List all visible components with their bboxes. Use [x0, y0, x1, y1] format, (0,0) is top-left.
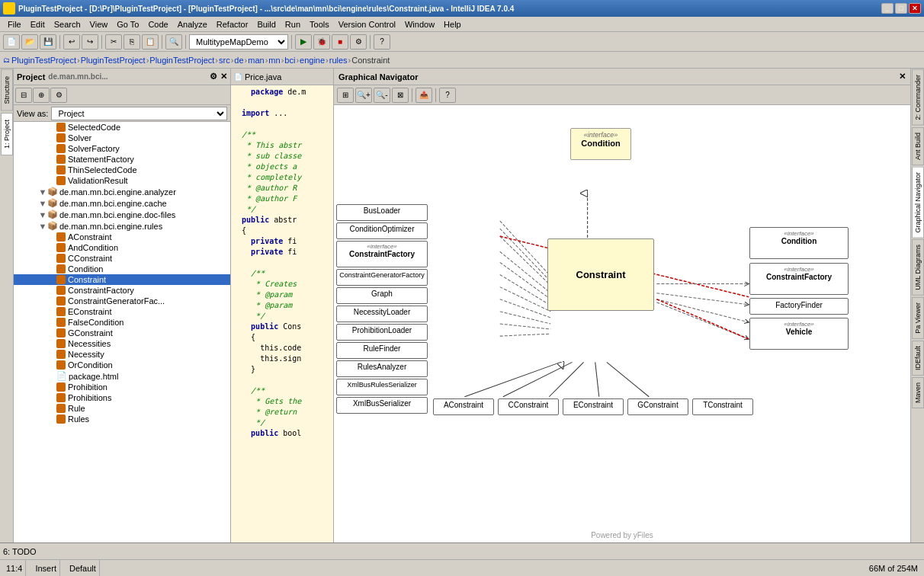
tree-item-24[interactable]: Prohibition [14, 382, 230, 392]
uml-constraint-center[interactable]: Constraint [547, 238, 654, 311]
graph-export-btn[interactable]: 📤 [415, 88, 432, 103]
stop-button[interactable]: ■ [332, 34, 348, 50]
uml-condition-top[interactable]: «interface» Condition [570, 128, 631, 160]
bc-plugintestproject-2[interactable]: PluginTestProject [81, 56, 146, 65]
graph-fit-btn[interactable]: ⊞ [337, 88, 354, 103]
undo-button[interactable]: ↩ [63, 34, 80, 50]
uml-conditionoptimizer[interactable]: ConditionOptimizer [336, 222, 428, 239]
bc-src[interactable]: src [219, 56, 230, 65]
graph-zoom-out-btn[interactable]: 🔍- [374, 88, 390, 103]
bc-engine[interactable]: engine [300, 56, 325, 65]
uml-rulefinder[interactable]: RuleFinder [336, 342, 428, 359]
bc-de[interactable]: de [234, 56, 243, 65]
rtab-commander[interactable]: 2: Commander [912, 69, 924, 126]
bc-plugintestproject-1[interactable]: PluginTestProject [11, 56, 76, 65]
todo-label[interactable]: 6: TODO [3, 547, 37, 556]
tree-item-3[interactable]: StatementFactory [14, 154, 230, 165]
proj-collapse-btn[interactable]: ⊟ [15, 88, 32, 103]
tree-item-18[interactable]: FalseCondition [14, 317, 230, 328]
tree-item-5[interactable]: ValidationResult [14, 175, 230, 186]
graph-help-btn[interactable]: ? [439, 88, 456, 103]
tree-item-20[interactable]: Necessities [14, 338, 230, 349]
tree-item-8[interactable]: ▼📦de.man.mn.bci.engine.doc-files [14, 209, 230, 220]
rtab-maven[interactable]: Maven [912, 377, 924, 408]
rtab-ideafault[interactable]: IDEfault [912, 341, 924, 376]
paste-button[interactable]: 📋 [142, 34, 159, 50]
menu-item-code[interactable]: Code [143, 18, 172, 30]
tree-item-26[interactable]: Rule [14, 403, 230, 414]
menu-item-run[interactable]: Run [281, 18, 305, 30]
proj-locate-btn[interactable]: ⊕ [33, 88, 50, 103]
tree-item-7[interactable]: ▼📦de.man.mn.bci.engine.cache [14, 197, 230, 209]
uml-necessityloader[interactable]: NecessityLoader [336, 306, 428, 322]
uml-condition-right[interactable]: «interface» Condition [749, 227, 849, 259]
bc-rules[interactable]: rules [329, 56, 348, 65]
uml-constraintfactory-right[interactable]: «interface» ConstraintFactory [749, 263, 849, 295]
tree-item-27[interactable]: Rules [14, 414, 230, 424]
tree-item-25[interactable]: Prohibitions [14, 392, 230, 403]
menu-item-tools[interactable]: Tools [305, 18, 334, 30]
uml-factoryfinder[interactable]: FactoryFinder [749, 298, 849, 315]
build-button[interactable]: ⚙ [350, 34, 367, 50]
uml-gconstraint[interactable]: GConstraint [627, 398, 688, 415]
cut-button[interactable]: ✂ [105, 34, 122, 50]
uml-prohibitionloader[interactable]: ProhibitionLoader [336, 324, 428, 341]
bc-plugintestproject-3[interactable]: PluginTestProject [149, 56, 214, 65]
bc-man[interactable]: man [248, 56, 264, 65]
uml-cgf[interactable]: ConstraintGeneratorFactory [336, 269, 428, 286]
graph-zoom-in-btn[interactable]: 🔍+ [355, 88, 372, 103]
graph-diagram[interactable]: «interface» Condition Constraint BusLoad… [334, 105, 910, 542]
bc-constraint[interactable]: Constraint [351, 56, 390, 65]
rtab-antbuild[interactable]: Ant Build [912, 127, 924, 165]
uml-xmlbusrulesserializer[interactable]: XmlBusRulesSerializer [336, 379, 428, 395]
tree-item-19[interactable]: GConstraint [14, 328, 230, 338]
debug-button[interactable]: 🐞 [313, 34, 330, 50]
tree-item-12[interactable]: CConstraint [14, 253, 230, 264]
menu-item-edit[interactable]: Edit [26, 18, 50, 30]
tree-item-17[interactable]: EConstraint [14, 306, 230, 317]
tree-item-9[interactable]: ▼📦de.man.mn.bci.engine.rules [14, 220, 230, 232]
uml-econstraint[interactable]: EConstraint [563, 398, 624, 415]
minimize-button[interactable]: _ [881, 3, 894, 14]
menu-item-refactor[interactable]: Refactor [212, 18, 253, 30]
code-tab[interactable]: 📄 Price.java [231, 69, 333, 85]
graph-zoom-fit-btn[interactable]: ⊠ [392, 88, 409, 103]
tree-item-1[interactable]: Solver [14, 133, 230, 143]
tree-item-6[interactable]: ▼📦de.man.mn.bci.engine.analyzer [14, 186, 230, 197]
bc-bci[interactable]: bci [284, 56, 295, 65]
maximize-button[interactable]: □ [895, 3, 907, 14]
menu-item-version-control[interactable]: Version Control [334, 18, 400, 30]
run-button[interactable]: ▶ [295, 34, 312, 50]
graph-header-close[interactable]: ✕ [899, 72, 906, 82]
rtab-paviewer[interactable]: Pa Viewer [912, 297, 924, 339]
uml-vehicle[interactable]: «interface» Vehicle [749, 318, 849, 350]
tree-item-13[interactable]: Condition [14, 264, 230, 274]
uml-xmlbusserializer[interactable]: XmlBusSerializer [336, 397, 428, 414]
redo-button[interactable]: ↪ [82, 34, 98, 50]
project-tab[interactable]: 1: Project [1, 113, 13, 155]
tree-item-15[interactable]: ConstraintFactory [14, 285, 230, 296]
tree-item-11[interactable]: AndCondition [14, 242, 230, 253]
view-as-dropdown[interactable]: Project [51, 107, 227, 120]
tree-item-4[interactable]: ThinSelectedCode [14, 165, 230, 175]
find-button[interactable]: 🔍 [165, 34, 182, 50]
proj-config-btn[interactable]: ⚙ [50, 88, 67, 103]
menu-item-file[interactable]: File [3, 18, 26, 30]
save-button[interactable]: 💾 [40, 34, 56, 50]
rtab-graphical[interactable]: Graphical Navigator [912, 167, 924, 238]
menu-item-help[interactable]: Help [439, 18, 466, 30]
tree-item-2[interactable]: SolverFactory [14, 143, 230, 154]
open-button[interactable]: 📂 [21, 34, 38, 50]
project-header-close[interactable]: ✕ [220, 72, 227, 82]
uml-aconstraint[interactable]: AConstraint [433, 398, 494, 415]
run-config-dropdown[interactable]: MultitypeMapDemo [189, 34, 288, 50]
project-header-gear[interactable]: ⚙ [210, 72, 217, 82]
uml-graph[interactable]: Graph [336, 287, 428, 304]
uml-constraintfactory-left[interactable]: «interface» ConstraintFactory [336, 241, 428, 267]
help-button[interactable]: ? [374, 34, 390, 50]
structure-tab[interactable]: Structure [1, 69, 13, 111]
uml-tconstraint[interactable]: TConstraint [692, 398, 753, 415]
tree-item-21[interactable]: Necessity [14, 349, 230, 360]
menu-item-window[interactable]: Window [400, 18, 439, 30]
tree-item-22[interactable]: OrCondition [14, 360, 230, 370]
